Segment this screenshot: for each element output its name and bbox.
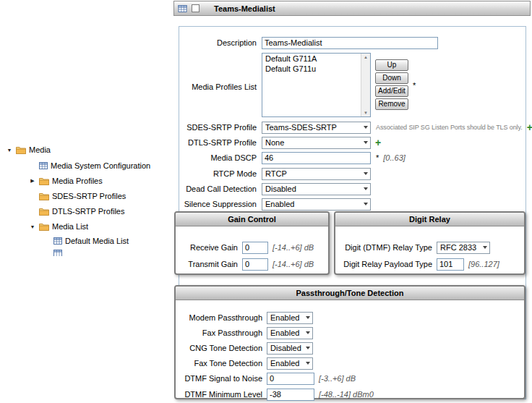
dtmf-signal-to-noise-range: [-3..+6] dB bbox=[319, 374, 356, 383]
add-edit-button[interactable]: Add/Edit bbox=[375, 85, 408, 97]
required-indicator: * bbox=[376, 153, 379, 162]
scroll-up-icon[interactable]: ▲ bbox=[364, 55, 368, 59]
digit-relay-payload-range: [96..127] bbox=[468, 260, 499, 268]
description-label: Description bbox=[173, 38, 257, 47]
add-sdes-profile-icon[interactable]: + bbox=[527, 123, 532, 132]
gain-control-group: Gain Control Receive Gain [-14..+6] dB T… bbox=[174, 211, 330, 275]
modem-passthrough-label: Modem Passthrough bbox=[183, 313, 262, 322]
dtls-srtp-profile-select[interactable]: None bbox=[262, 137, 371, 149]
tree-item-label: Media List bbox=[52, 222, 88, 231]
media-dscp-input[interactable] bbox=[262, 152, 371, 164]
listbox-scrollbar[interactable]: ▲ ▼ bbox=[361, 54, 370, 116]
expand-collapse-icon[interactable]: ▼ bbox=[29, 224, 36, 229]
digit-relay-header: Digit Relay bbox=[335, 213, 524, 226]
dead-call-detection-row: Dead Call Detection Disabled bbox=[173, 182, 371, 195]
down-button[interactable]: Down bbox=[375, 72, 408, 84]
select-value: RTCP bbox=[265, 169, 361, 178]
expand-collapse-icon[interactable]: ▶ bbox=[29, 178, 36, 184]
chevron-down-icon bbox=[306, 347, 310, 349]
tree-item-dtls-srtp-profiles[interactable]: DTLS-SRTP Profiles bbox=[39, 205, 124, 217]
checkbox-icon[interactable] bbox=[192, 4, 200, 12]
select-value: Enabled bbox=[270, 313, 303, 322]
select-value: None bbox=[265, 138, 361, 147]
receive-gain-range: [-14..+6] dB bbox=[273, 243, 314, 252]
silence-suppression-row: Silence Suppression Enabled bbox=[173, 198, 371, 211]
passthrough-header: Passthrough/Tone Detection bbox=[176, 287, 524, 300]
required-indicator: * bbox=[413, 81, 416, 90]
media-profiles-listbox[interactable]: Default G711A Default G711u ▲ ▼ bbox=[262, 53, 371, 117]
transmit-gain-row: Transmit Gain [-14..+6] dB bbox=[180, 258, 314, 271]
modem-passthrough-row: Modem Passthrough Enabled bbox=[183, 311, 313, 324]
receive-gain-input[interactable] bbox=[242, 242, 268, 254]
modem-passthrough-select[interactable]: Enabled bbox=[267, 312, 313, 324]
chevron-down-icon bbox=[364, 126, 368, 129]
fax-tone-detection-row: Fax Tone Detection Enabled bbox=[183, 357, 313, 370]
dtmf-signal-to-noise-row: DTMF Signal to Noise [-3..+6] dB bbox=[183, 372, 356, 385]
list-item[interactable]: Default G711u bbox=[262, 64, 370, 74]
receive-gain-row: Receive Gain [-14..+6] dB bbox=[180, 241, 314, 254]
select-value: Disabled bbox=[270, 344, 303, 352]
table-icon bbox=[53, 250, 62, 256]
add-dtls-profile-icon[interactable]: + bbox=[375, 138, 381, 147]
list-item[interactable]: Default G711A bbox=[262, 54, 370, 64]
chevron-down-icon bbox=[306, 331, 310, 334]
media-profiles-list-label: Media Profiles List bbox=[173, 82, 257, 91]
digit-relay-type-select[interactable]: RFC 2833 bbox=[437, 242, 490, 254]
chevron-down-icon bbox=[306, 316, 310, 319]
tree-item-sdes-srtp-profiles[interactable]: SDES-SRTP Profiles bbox=[39, 190, 126, 202]
panel-titlebar: Teams-Medialist bbox=[173, 1, 531, 16]
tree-item-label: Media Profiles bbox=[52, 177, 103, 185]
tree-item-label: SDES-SRTP Profiles bbox=[52, 192, 126, 200]
chevron-down-icon bbox=[364, 203, 368, 205]
screenshot-root: ▼ Media Media System Configuration ▶ Med… bbox=[0, 0, 532, 403]
dtmf-signal-to-noise-input[interactable] bbox=[267, 373, 314, 385]
sdes-srtp-profile-select[interactable]: Teams-SDES-SRTP bbox=[262, 122, 371, 134]
table-icon bbox=[39, 161, 48, 170]
up-button[interactable]: Up bbox=[375, 59, 408, 71]
tree-item-partial[interactable] bbox=[53, 250, 62, 256]
description-input[interactable] bbox=[262, 37, 438, 49]
transmit-gain-range: [-14..+6] dB bbox=[273, 260, 314, 268]
digit-relay-group: Digit Relay Digit (DTMF) Relay Type RFC … bbox=[334, 211, 525, 275]
transmit-gain-input[interactable] bbox=[242, 258, 268, 271]
tree-item-label: Media bbox=[29, 145, 51, 154]
dtmf-minimum-level-range: [-48..-14] dBm0 bbox=[319, 390, 374, 399]
rtcp-mode-select[interactable]: RTCP bbox=[262, 168, 371, 180]
silence-suppression-label: Silence Suppression bbox=[173, 200, 257, 208]
chevron-down-icon bbox=[364, 187, 368, 190]
expand-collapse-icon[interactable]: ▼ bbox=[6, 148, 13, 153]
digit-relay-payload-label: Digit Relay Payload Type bbox=[340, 260, 432, 268]
folder-icon bbox=[16, 146, 26, 154]
media-dscp-range: [0..63] bbox=[383, 153, 406, 162]
dtmf-minimum-level-input[interactable] bbox=[267, 389, 314, 401]
fax-tone-detection-label: Fax Tone Detection bbox=[183, 359, 262, 368]
silence-suppression-select[interactable]: Enabled bbox=[262, 198, 371, 211]
select-value: Enabled bbox=[265, 200, 361, 208]
fax-tone-detection-select[interactable]: Enabled bbox=[267, 357, 313, 370]
fax-passthrough-select[interactable]: Enabled bbox=[267, 327, 313, 339]
tree-item-media-system-configuration[interactable]: Media System Configuration bbox=[39, 160, 150, 171]
fax-passthrough-row: Fax Passthrough Enabled bbox=[183, 326, 313, 339]
receive-gain-label: Receive Gain bbox=[180, 243, 238, 252]
dtmf-minimum-level-row: DTMF Minimum Level [-48..-14] dBm0 bbox=[183, 388, 374, 401]
cng-tone-detection-row: CNG Tone Detection Disabled bbox=[183, 342, 313, 355]
select-value: RFC 2833 bbox=[440, 243, 480, 252]
tree-item-media-list[interactable]: ▼ Media List bbox=[29, 221, 88, 232]
table-icon bbox=[178, 4, 187, 13]
select-value: Teams-SDES-SRTP bbox=[265, 123, 361, 132]
rtcp-mode-label: RTCP Mode bbox=[173, 169, 257, 178]
table-icon bbox=[53, 237, 62, 245]
tree-item-default-media-list[interactable]: Default Media List bbox=[53, 235, 129, 247]
scroll-down-icon[interactable]: ▼ bbox=[364, 111, 368, 115]
dead-call-detection-select[interactable]: Disabled bbox=[262, 183, 371, 195]
tree-item-media-profiles[interactable]: ▶ Media Profiles bbox=[29, 175, 103, 187]
dtls-srtp-profile-label: DTLS-SRTP Profile bbox=[173, 138, 257, 147]
fax-passthrough-label: Fax Passthrough bbox=[183, 328, 262, 337]
cng-tone-detection-select[interactable]: Disabled bbox=[267, 342, 313, 355]
folder-icon bbox=[39, 192, 49, 200]
transmit-gain-label: Transmit Gain bbox=[180, 260, 238, 268]
cng-tone-detection-label: CNG Tone Detection bbox=[183, 344, 262, 352]
digit-relay-payload-input[interactable] bbox=[437, 258, 464, 271]
tree-item-media[interactable]: ▼ Media bbox=[6, 144, 51, 156]
remove-button[interactable]: Remove bbox=[375, 98, 408, 110]
